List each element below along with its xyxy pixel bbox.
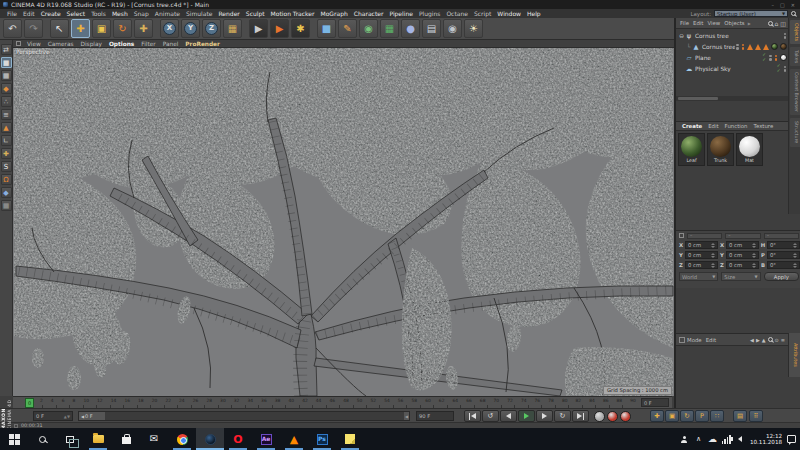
material-menu-function[interactable]: Function — [722, 123, 751, 129]
render-view-button[interactable]: ▶ — [249, 19, 268, 38]
taskbar-sticky-notes[interactable] — [336, 428, 364, 450]
om-menu-edit[interactable]: Edit — [691, 20, 705, 26]
timeline-ruler[interactable]: 0246810121416182022242628303234363840424… — [13, 396, 672, 408]
rotation-field[interactable]: 0° — [767, 251, 800, 259]
menu-animate[interactable]: Animate — [152, 10, 183, 17]
spinner-icon[interactable] — [793, 263, 797, 268]
om-menu-view[interactable]: View — [705, 20, 722, 26]
render-picture-viewer-button[interactable]: ▶ — [270, 19, 289, 38]
onedrive-icon[interactable]: ☁ — [708, 434, 717, 444]
add-spline-pen-button[interactable]: ✎ — [338, 19, 357, 38]
viewport-solo-button[interactable]: S — [1, 161, 12, 172]
lock-z-axis-button[interactable]: Z — [202, 19, 221, 38]
material-trunk[interactable]: Trunk — [707, 133, 734, 166]
taskbar-vlc[interactable]: ▲ — [280, 428, 308, 450]
tab-takes[interactable]: Takes — [790, 47, 800, 66]
range-start-grip[interactable]: ◀0 F — [79, 412, 105, 420]
undo-button[interactable]: ↶ — [3, 19, 22, 38]
lock-y-axis-button[interactable]: Y — [181, 19, 200, 38]
polygon-selection-tag[interactable] — [747, 44, 753, 50]
menu-mograph[interactable]: MoGraph — [318, 10, 351, 17]
key-parameter-button[interactable]: P — [695, 410, 709, 422]
attr-search-icon[interactable] — [768, 337, 773, 342]
polygons-mode-button[interactable]: ▲ — [1, 122, 12, 133]
spinner-icon[interactable] — [752, 243, 756, 248]
spinner-icon[interactable] — [711, 253, 715, 258]
taskbar-photoshop[interactable]: Ps — [308, 428, 336, 450]
tab-attributes[interactable]: Attributes — [788, 333, 800, 377]
viewport-menu-options[interactable]: Options — [106, 41, 137, 47]
convert-tool-button[interactable]: ⇄ — [1, 44, 12, 55]
menu-create[interactable]: Create — [38, 10, 64, 17]
autokeying-button[interactable] — [620, 411, 631, 422]
visibility-dots[interactable] — [736, 44, 739, 50]
minimize-button[interactable]: – — [772, 2, 775, 8]
tab-structure[interactable]: Structure — [790, 118, 800, 146]
add-volume-builder-button[interactable]: ● — [401, 19, 420, 38]
coord-dropdown-2[interactable]: – — [725, 233, 760, 239]
material-menu-texture[interactable]: Texture — [751, 123, 777, 129]
maximize-button[interactable]: □ — [780, 2, 785, 8]
visibility-dots[interactable] — [769, 55, 772, 61]
keyframe-selection-button[interactable] — [594, 411, 605, 422]
spinner-icon[interactable] — [793, 253, 797, 258]
next-frame-button[interactable] — [536, 410, 553, 422]
lock-x-axis-button[interactable]: X — [160, 19, 179, 38]
preview-range-slider[interactable]: ◀0 F ◀ — [78, 411, 410, 421]
material-mat[interactable]: Mat — [736, 133, 763, 166]
menu-select[interactable]: Select — [64, 10, 89, 17]
object-row-cornus-tree[interactable]: └▲Cornus tree — [676, 41, 788, 52]
menu-simulate[interactable]: Simulate — [183, 10, 216, 17]
enable-axis-button[interactable]: ✚ — [1, 148, 12, 159]
taskbar-task-view[interactable] — [56, 428, 84, 450]
rotation-field[interactable]: 0° — [767, 241, 800, 249]
nav-forward-icon[interactable]: ▶ — [756, 337, 760, 343]
attr-menu-mode[interactable]: Mode — [687, 337, 702, 343]
size-field[interactable]: 0 cm — [726, 241, 759, 249]
coord-system-select[interactable]: World▼ — [679, 272, 718, 281]
taskbar-search[interactable] — [28, 428, 56, 450]
scale-tool-button[interactable]: ▣ — [92, 19, 111, 38]
taskbar-mail[interactable]: ✉ — [140, 428, 168, 450]
viewport-menu-prorender[interactable]: ProRender — [182, 41, 223, 47]
object-row-physical-sky[interactable]: ☁Physical Sky✓✓ — [676, 63, 788, 74]
network-icon[interactable] — [722, 434, 731, 444]
expander-icon[interactable]: ⊖ — [678, 32, 685, 39]
viewport-menu-view[interactable]: View — [24, 41, 44, 47]
menu-snap[interactable]: Snap — [131, 10, 152, 17]
menu-pipeline[interactable]: Pipeline — [386, 10, 415, 17]
play-loop-button[interactable]: ↻ — [554, 410, 571, 422]
nav-back-icon[interactable]: ◀ — [750, 337, 754, 343]
timeline-playhead[interactable]: 0 — [25, 398, 34, 408]
taskbar-cinema-4d[interactable] — [196, 428, 224, 450]
taskbar-chrome[interactable] — [168, 428, 196, 450]
menu-motion-tracker[interactable]: Motion Tracker — [268, 10, 318, 17]
menu-character[interactable]: Character — [351, 10, 387, 17]
menu-plugins[interactable]: Plugins — [416, 10, 444, 17]
menu-help[interactable]: Help — [524, 10, 544, 17]
material-leaf[interactable]: Leaf — [678, 133, 705, 166]
coord-grid-icon[interactable] — [679, 233, 684, 238]
menu-window[interactable]: Window — [494, 10, 524, 17]
search-icon[interactable] — [791, 11, 796, 16]
spinner-icon[interactable] — [752, 253, 756, 258]
volume-icon[interactable] — [736, 434, 745, 444]
keyframe-presets-button[interactable]: ▤ — [733, 410, 747, 422]
action-center-icon[interactable] — [787, 434, 796, 444]
enable-snap-button[interactable]: Ω — [1, 174, 12, 185]
model-mode-button[interactable]: ■ — [1, 57, 12, 68]
apply-button[interactable]: Apply — [764, 272, 799, 281]
key-rotation-button[interactable]: ↻ — [680, 410, 694, 422]
attr-menu-edit[interactable]: Edit — [706, 337, 716, 343]
om-home-icon[interactable]: ⌂ — [775, 20, 779, 27]
panel-grid-icon[interactable] — [16, 41, 21, 46]
texture-tag-trunk[interactable] — [780, 43, 787, 50]
menu-tools[interactable]: Tools — [88, 10, 109, 17]
move-tool-button[interactable]: ✚ — [71, 19, 90, 38]
menu-sculpt[interactable]: Sculpt — [243, 10, 268, 17]
people-icon[interactable] — [680, 434, 689, 444]
key-point-level-button[interactable]: ∷ — [710, 410, 724, 422]
points-mode-button[interactable]: ∴ — [1, 96, 12, 107]
end-frame-field[interactable]: 90 F — [416, 411, 454, 421]
material-menu-edit[interactable]: Edit — [705, 123, 721, 129]
